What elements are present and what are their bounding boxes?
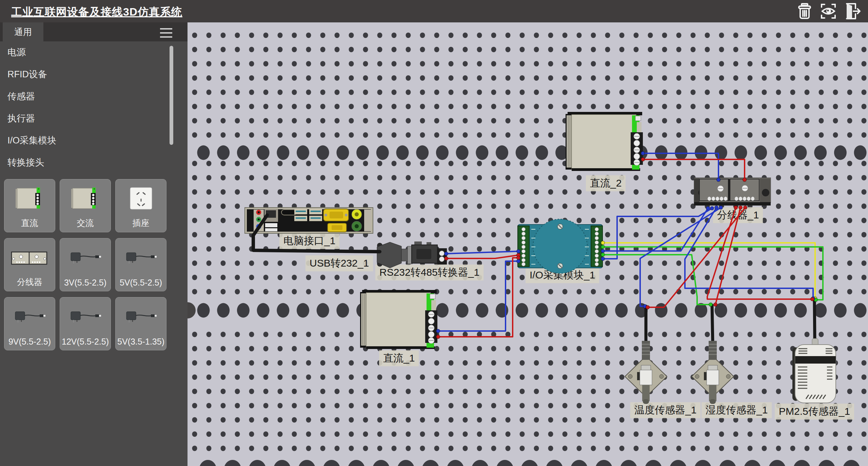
- category-menu: 电源RFID设备传感器执行器I/O采集模块转换接头: [0, 41, 170, 174]
- device-card-label: 插座: [116, 217, 166, 229]
- wire[interactable]: [643, 159, 745, 180]
- palette-device-card[interactable]: 直流: [4, 179, 55, 232]
- wire-connector[interactable]: [641, 158, 645, 161]
- wire[interactable]: [446, 251, 518, 254]
- wire-connector[interactable]: [717, 178, 721, 182]
- wire-connector[interactable]: [445, 252, 448, 256]
- adapter-thumb-icon: [122, 303, 160, 331]
- wire-connector[interactable]: [436, 335, 440, 339]
- wire-connector[interactable]: [710, 207, 714, 210]
- device-card-label: 分线器: [4, 276, 55, 288]
- dc-thumb-icon: [68, 185, 102, 213]
- category-item[interactable]: 电源: [0, 41, 170, 63]
- category-item[interactable]: RFID设备: [0, 63, 170, 85]
- device-thumbnail-icon: [60, 242, 111, 274]
- wire-connector[interactable]: [646, 306, 650, 309]
- device-thumbnail-icon: [4, 301, 55, 333]
- header-toolbar: [795, 2, 861, 20]
- palette-device-card[interactable]: 插座: [115, 179, 166, 232]
- wire[interactable]: [707, 208, 812, 299]
- device-thumbnail-icon: [116, 183, 166, 215]
- dc-thumb-icon: [13, 185, 47, 213]
- category-item[interactable]: 转换接头: [0, 152, 170, 174]
- sidebar-tab-row: 通用: [0, 22, 188, 41]
- wire-connector[interactable]: [601, 257, 605, 261]
- wire[interactable]: [446, 255, 518, 258]
- socket-thumb-icon: [124, 185, 158, 213]
- splitter-thumb-icon: [9, 244, 50, 272]
- device-thumbnail-icon: [4, 183, 55, 215]
- device-thumbnail-icon: [116, 242, 166, 274]
- adapter-thumb-icon: [67, 244, 104, 272]
- adapter-thumb-icon: [11, 303, 48, 331]
- category-item[interactable]: 传感器: [0, 85, 170, 108]
- hamburger-icon[interactable]: [160, 28, 172, 38]
- device-card-label: 交流: [60, 217, 111, 229]
- device-thumbnail-icon: [4, 242, 55, 274]
- wire[interactable]: [715, 208, 741, 305]
- wire[interactable]: [603, 255, 711, 305]
- device-palette: 直流 交流 插座: [4, 179, 166, 350]
- sidebar-scrollbar[interactable]: [170, 46, 173, 145]
- palette-device-card[interactable]: 5V(3.5-1.35): [115, 297, 166, 350]
- wire-connector[interactable]: [744, 206, 747, 210]
- wire-connector[interactable]: [811, 297, 814, 301]
- palette-device-card[interactable]: 9V(5.5-2.5): [4, 297, 55, 350]
- wire[interactable]: [603, 208, 708, 251]
- device-card-label: 直流: [4, 217, 55, 229]
- category-item[interactable]: 执行器: [0, 108, 170, 130]
- wire-connector[interactable]: [714, 303, 717, 307]
- device-card-label: 12V(5.5-2.5): [60, 337, 111, 347]
- wire-connector[interactable]: [739, 206, 743, 210]
- wire-connector[interactable]: [517, 250, 520, 253]
- wire-connector[interactable]: [445, 257, 448, 260]
- wire-connector[interactable]: [601, 241, 605, 245]
- wire-connector[interactable]: [601, 253, 605, 257]
- wire[interactable]: [438, 258, 518, 337]
- sidebar: 通用 电源RFID设备传感器执行器I/O采集模块转换接头 直流: [0, 22, 188, 466]
- palette-device-card[interactable]: 5V(5.5-2.5): [115, 238, 166, 291]
- wire-connector[interactable]: [734, 206, 738, 210]
- wire[interactable]: [685, 208, 813, 298]
- device-card-label: 9V(5.5-2.5): [4, 337, 55, 347]
- wire-connector[interactable]: [641, 152, 645, 155]
- delete-icon[interactable]: [795, 2, 814, 20]
- wire-connector[interactable]: [601, 245, 605, 249]
- view-icon[interactable]: [819, 2, 837, 20]
- tab-general[interactable]: 通用: [3, 22, 43, 41]
- adapter-thumb-icon: [122, 244, 160, 272]
- device-card-label: 5V(3.5-1.35): [116, 337, 166, 347]
- device-thumbnail-icon: [60, 301, 111, 333]
- wire-connector[interactable]: [743, 178, 747, 182]
- palette-device-card[interactable]: 交流: [60, 179, 111, 232]
- device-card-label: 3V(5.5-2.5): [60, 278, 111, 288]
- wire-connector[interactable]: [709, 303, 713, 307]
- palette-device-card[interactable]: 分线器: [4, 238, 55, 291]
- app-title: 工业互联网设备及接线3D仿真系统: [11, 5, 182, 20]
- wire-connector[interactable]: [436, 329, 440, 333]
- app-header: 工业互联网设备及接线3D仿真系统: [0, 0, 868, 22]
- category-item[interactable]: I/O采集模块: [0, 130, 170, 152]
- wire-connector[interactable]: [601, 249, 605, 253]
- device-card-label: 5V(5.5-2.5): [116, 278, 166, 288]
- wire[interactable]: [643, 153, 718, 180]
- device-thumbnail-icon: [60, 183, 111, 215]
- wire-connector[interactable]: [517, 256, 520, 260]
- wire-connector[interactable]: [719, 206, 723, 210]
- palette-device-card[interactable]: 12V(5.5-2.5): [60, 297, 111, 350]
- wire[interactable]: [438, 261, 518, 331]
- palette-device-card[interactable]: 3V(5.5-2.5): [60, 238, 111, 291]
- adapter-thumb-icon: [67, 303, 104, 331]
- device-thumbnail-icon: [116, 301, 166, 333]
- exit-icon[interactable]: [843, 2, 861, 20]
- wire[interactable]: [253, 215, 380, 252]
